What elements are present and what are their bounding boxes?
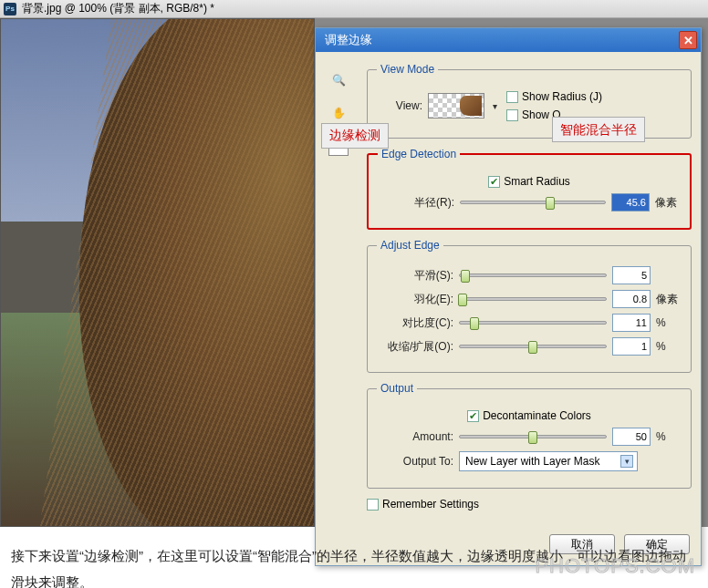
show-radius-checkbox[interactable]: Show Radius (J) [506,90,602,103]
contrast-unit: % [656,316,682,329]
radius-input[interactable] [611,193,650,211]
watermark: PHOTOPS.COM [535,547,695,585]
smart-radius-checkbox[interactable]: ✔ Smart Radius [488,175,570,188]
checkbox-icon [367,499,379,511]
checkbox-checked-icon: ✔ [467,410,479,422]
smooth-label: 平滑(S): [377,268,453,284]
output-legend: Output [377,382,417,395]
feather-unit: 像素 [656,292,682,307]
image-canvas[interactable] [0,18,315,527]
refine-edge-dialog: 调整边缘 ✕ 🔍 ✋ ✒ View Mode View: ▾ [315,27,702,566]
output-to-value: New Layer with Layer Mask [465,455,599,468]
radius-unit: 像素 [655,195,681,211]
smooth-input[interactable] [612,266,651,284]
document-area: 边缘检测 智能混合半径 调整边缘 ✕ 🔍 ✋ ✒ View Mode View:… [0,18,708,527]
amount-label: Amount: [377,430,453,443]
contrast-input[interactable] [612,314,651,332]
checkbox-checked-icon: ✔ [488,176,500,188]
adjust-edge-group: Adjust Edge 平滑(S): 羽化(E): 像素 对比度(C): [367,239,692,373]
amount-unit: % [656,430,682,443]
view-thumbnail-button[interactable]: ▾ [428,93,484,119]
output-to-label: Output To: [377,455,453,468]
shift-label: 收缩/扩展(O): [377,339,453,355]
output-to-select[interactable]: New Layer with Layer Mask ▾ [459,451,638,471]
radius-label: 半径(R): [378,195,454,211]
close-button[interactable]: ✕ [679,31,697,49]
feather-input[interactable] [612,290,651,308]
dialog-title-text: 调整边缘 [325,32,372,48]
checkbox-icon [506,109,518,121]
decontaminate-checkbox[interactable]: ✔ Decontaminate Colors [467,409,591,422]
amount-slider[interactable] [459,435,607,438]
amount-input[interactable] [612,428,651,446]
chevron-down-icon: ▾ [620,455,633,468]
callout-edge-detection: 边缘检测 [321,123,389,149]
shift-input[interactable] [612,337,651,356]
photoshop-icon: Ps [4,3,16,15]
feather-label: 羽化(E): [377,292,453,307]
hand-tool-icon[interactable]: ✋ [328,103,349,123]
view-label: View: [377,99,422,112]
tutorial-caption: 接下来设置“边缘检测”，在这里可以设置“智能混合”的半径，半径数值越大，边缘透明… [0,527,708,588]
app-titlebar: Ps 背景.jpg @ 100% (背景 副本, RGB/8*) * [0,0,708,18]
zoom-tool-icon[interactable]: 🔍 [328,70,349,90]
radius-slider[interactable] [460,201,606,204]
dropdown-arrow-icon: ▾ [493,101,497,111]
checkbox-icon [506,91,518,103]
contrast-slider[interactable] [459,321,607,325]
smooth-slider[interactable] [459,273,607,277]
close-icon: ✕ [683,34,693,47]
edge-detection-group: Edge Detection ✔ Smart Radius 半径(R): 像素 [367,148,692,230]
remember-settings-checkbox[interactable]: Remember Settings [367,498,479,511]
dialog-titlebar[interactable]: 调整边缘 ✕ [316,28,701,52]
feather-slider[interactable] [459,297,607,301]
edge-detection-legend: Edge Detection [378,148,460,160]
output-group: Output ✔ Decontaminate Colors Amount: % … [367,382,692,489]
shift-unit: % [656,340,682,353]
adjust-edge-legend: Adjust Edge [377,239,443,252]
document-title: 背景.jpg @ 100% (背景 副本, RGB/8*) * [22,1,214,16]
shift-slider[interactable] [459,345,607,348]
contrast-label: 对比度(C): [377,315,453,331]
view-mode-legend: View Mode [377,63,438,76]
callout-smart-radius: 智能混合半径 [552,117,645,142]
